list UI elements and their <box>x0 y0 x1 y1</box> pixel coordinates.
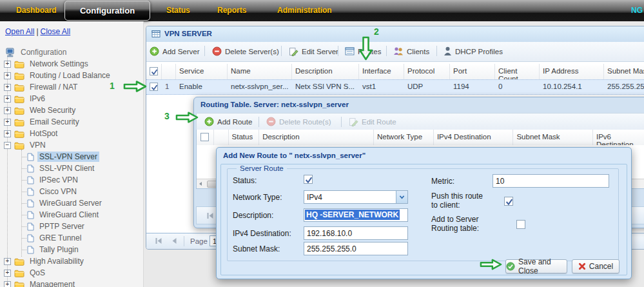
column-subnet-mask[interactable]: Subnet Mask <box>604 64 644 79</box>
tree-item[interactable]: + Network Settings <box>3 58 142 70</box>
nav-reports[interactable]: Reports <box>217 6 246 15</box>
dhcp-profiles-button[interactable]: DHCP Profiles <box>444 42 503 61</box>
tree-expand-toggle[interactable]: + <box>4 130 11 137</box>
delete-servers-button[interactable]: Delete Server(s) <box>212 42 279 61</box>
routing-toolbar: Add Route Delete Route(s) Edit Route <box>196 113 644 131</box>
subnet-mask-input[interactable] <box>304 242 408 255</box>
tree-item[interactable]: + Firewall / NAT <box>3 81 142 93</box>
column-name[interactable]: Name <box>228 64 292 79</box>
edit-route-button: Edit Route <box>349 114 396 130</box>
file-icon <box>27 234 34 242</box>
column-interface[interactable]: Interface <box>359 64 404 79</box>
column-port[interactable]: Port <box>450 64 495 79</box>
network-type-select[interactable]: IPv4 <box>304 190 408 204</box>
tree-item[interactable]: IPSec VPN <box>3 174 142 186</box>
add-route-button[interactable]: Add Route <box>204 114 252 130</box>
tree-expand-toggle[interactable]: + <box>4 258 11 265</box>
tree-expand-toggle[interactable]: + <box>4 72 11 79</box>
vpn-server-row[interactable]: 1 Enable netx-sslvpn_ser... Netx SSl VPN… <box>146 79 644 95</box>
first-page-icon[interactable] <box>206 212 215 220</box>
add-server-button[interactable]: Add Server <box>150 42 200 61</box>
routing-select-all-checkbox[interactable] <box>200 133 209 141</box>
description-input[interactable]: HQ -SERVER_NETWORK <box>304 208 408 222</box>
column-client-count[interactable]: Client Count <box>495 64 540 79</box>
select-all-column[interactable] <box>146 64 162 79</box>
metric-input[interactable] <box>493 174 609 188</box>
tree-expand-toggle[interactable]: + <box>4 95 11 103</box>
tree-expand-toggle[interactable]: + <box>4 281 11 287</box>
tree-item[interactable]: WireGuard Client <box>3 209 142 221</box>
tree-item[interactable]: + Email Security <box>3 116 142 128</box>
cell-port: 1194 <box>450 80 495 94</box>
description-label: Description: <box>233 211 273 220</box>
edit-pencil-icon <box>349 117 358 128</box>
grid-icon <box>151 30 161 38</box>
column-service[interactable]: Service <box>176 64 228 79</box>
chevron-down-icon[interactable] <box>396 191 407 203</box>
step-3-number: 3 <box>164 111 170 121</box>
tree-expand-toggle[interactable]: + <box>4 119 11 126</box>
delete-icon <box>266 117 276 128</box>
tree-item[interactable]: Configuration <box>3 46 142 58</box>
tree-item[interactable]: + Management <box>3 279 142 287</box>
tree-item-label: IPv6 <box>28 94 47 104</box>
close-all-link[interactable]: Close All <box>41 27 71 36</box>
add-to-routing-checkbox[interactable] <box>516 220 525 229</box>
column-status[interactable]: Status <box>229 130 260 145</box>
nav-configuration[interactable]: Configuration <box>64 1 150 21</box>
tree-item[interactable]: + QoS <box>3 267 142 279</box>
row-checkbox[interactable] <box>150 83 158 91</box>
column-ipv4-destination[interactable]: IPv4 Destination <box>434 130 514 145</box>
column-description[interactable]: Description <box>292 64 359 79</box>
tree-expand-toggle[interactable]: + <box>4 61 11 68</box>
tree-item[interactable]: + IPv6 <box>3 93 142 104</box>
column-network-type[interactable]: Network Type <box>374 130 434 145</box>
tree-item[interactable]: WireGuard Server <box>3 197 142 209</box>
tree-item-label: GRE Tunnel <box>37 233 83 243</box>
column-ip-address[interactable]: IP Address <box>540 64 604 79</box>
tree-expand-toggle[interactable]: − <box>4 142 11 149</box>
tree-expand-toggle[interactable]: + <box>4 107 11 114</box>
column-protocol[interactable]: Protocol <box>404 64 450 79</box>
tree-item-label: VPN <box>28 140 48 150</box>
column-description[interactable]: Description <box>259 130 374 145</box>
push-route-checkbox[interactable] <box>504 197 513 206</box>
tree-item[interactable]: + Routing / Load Balance <box>3 70 142 81</box>
save-and-close-button[interactable]: Save and Close <box>505 259 567 273</box>
step-2-number: 2 <box>374 26 379 37</box>
first-page-icon[interactable] <box>154 237 163 245</box>
tree-item[interactable]: − VPN <box>3 139 142 151</box>
tree-item-label: QoS <box>28 268 47 278</box>
tree-expand-toggle[interactable]: + <box>4 270 11 277</box>
tree-item[interactable]: GRE Tunnel <box>3 232 142 244</box>
tree-item[interactable]: Cisco VPN <box>3 186 142 197</box>
tree-item[interactable]: + Web Security <box>3 104 142 116</box>
cancel-button[interactable]: Cancel <box>572 259 620 273</box>
tree-item[interactable]: Tally Plugin <box>3 244 142 255</box>
ipv4-destination-input[interactable] <box>304 226 408 240</box>
cell-client-count: 0 <box>495 80 540 94</box>
select-all-checkbox[interactable] <box>150 67 158 75</box>
column-subnet-mask[interactable]: Subnet Mask <box>513 130 593 145</box>
edit-server-button[interactable]: Edit Server <box>289 42 338 61</box>
clients-people-icon <box>393 46 404 57</box>
tree-item[interactable]: + High Availability <box>3 255 142 267</box>
step-1-number: 1 <box>110 81 115 91</box>
column-ipv6-destination[interactable]: IPv6 Destination <box>593 130 644 145</box>
tree-expand-toggle[interactable]: + <box>4 84 11 91</box>
select-all-column[interactable] <box>197 130 214 145</box>
tree-item[interactable]: + HotSpot <box>3 128 142 139</box>
prev-page-icon[interactable] <box>171 237 177 245</box>
nav-administration[interactable]: Administration <box>277 6 332 15</box>
open-all-link[interactable]: Open All <box>5 27 34 36</box>
clients-button[interactable]: Clients <box>393 42 429 61</box>
tree-item[interactable]: PPTP Server <box>3 221 142 232</box>
nav-status[interactable]: Status <box>166 6 190 15</box>
tree-item[interactable]: SSL-VPN Server <box>3 151 142 163</box>
scroll-left-icon[interactable] <box>198 181 203 186</box>
tree-item[interactable]: SSL-VPN Client <box>3 163 142 174</box>
tree-item-label: IPSec VPN <box>37 175 80 185</box>
nav-dashboard[interactable]: Dashboard <box>16 6 57 15</box>
status-checkbox[interactable] <box>304 175 313 184</box>
tree-item-label: Network Settings <box>28 59 90 69</box>
